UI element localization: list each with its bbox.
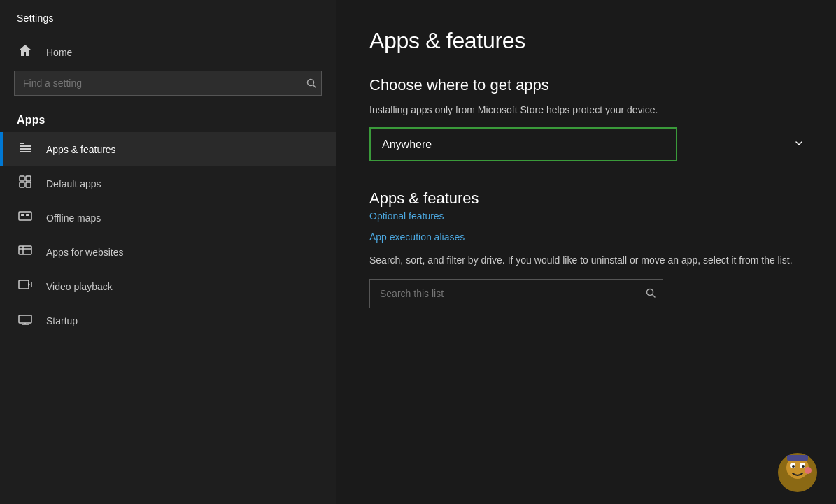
search-description: Search, sort, and filter by drive. If yo… bbox=[369, 252, 802, 268]
sidebar-item-apps-websites[interactable]: Apps for websites bbox=[0, 235, 336, 269]
offline-maps-label: Offline maps bbox=[46, 213, 101, 224]
svg-point-28 bbox=[792, 465, 795, 468]
sidebar: Settings Home Apps Apps & featu bbox=[0, 0, 336, 504]
apps-source-dropdown-container: Anywhere Anywhere, but warn me before in… bbox=[369, 127, 677, 161]
video-playback-icon bbox=[17, 278, 34, 295]
apps-features-section-title: Apps & features bbox=[369, 189, 802, 208]
svg-point-31 bbox=[805, 467, 812, 474]
svg-rect-30 bbox=[787, 455, 808, 461]
offline-maps-icon bbox=[17, 209, 34, 226]
svg-rect-2 bbox=[20, 143, 24, 144]
optional-features-link[interactable]: Optional features bbox=[369, 210, 802, 222]
choose-apps-section: Choose where to get apps Installing apps… bbox=[369, 76, 802, 189]
svg-rect-13 bbox=[19, 246, 31, 254]
default-apps-icon bbox=[17, 175, 34, 192]
svg-rect-4 bbox=[20, 148, 31, 150]
video-playback-label: Video playback bbox=[46, 281, 113, 292]
svg-rect-9 bbox=[26, 182, 31, 187]
apps-websites-label: Apps for websites bbox=[46, 247, 124, 258]
svg-rect-16 bbox=[19, 280, 29, 289]
startup-icon bbox=[17, 312, 34, 329]
choose-section-title: Choose where to get apps bbox=[369, 76, 802, 94]
svg-rect-7 bbox=[26, 176, 31, 181]
apps-features-icon bbox=[17, 141, 34, 158]
app-execution-link[interactable]: App execution aliases bbox=[369, 231, 802, 243]
home-icon bbox=[17, 43, 34, 61]
sidebar-item-offline-maps[interactable]: Offline maps bbox=[0, 201, 336, 235]
choose-section-description: Installing apps only from Microsoft Stor… bbox=[369, 103, 802, 117]
apps-features-section: Apps & features Optional features App ex… bbox=[369, 189, 802, 308]
search-list-box bbox=[369, 279, 663, 308]
svg-rect-8 bbox=[20, 182, 24, 187]
svg-rect-19 bbox=[19, 315, 31, 323]
sidebar-item-apps-features[interactable]: Apps & features bbox=[0, 132, 336, 166]
find-setting-search[interactable] bbox=[14, 71, 322, 96]
svg-rect-5 bbox=[20, 151, 31, 152]
app-title: Settings bbox=[0, 0, 336, 34]
svg-point-29 bbox=[802, 465, 805, 468]
home-label: Home bbox=[46, 47, 72, 58]
page-title: Apps & features bbox=[369, 28, 802, 54]
search-list-input[interactable] bbox=[370, 280, 663, 308]
svg-rect-6 bbox=[20, 176, 24, 181]
startup-label: Startup bbox=[46, 315, 78, 326]
find-setting-input[interactable] bbox=[14, 71, 322, 96]
sidebar-section-label: Apps bbox=[0, 107, 336, 132]
svg-rect-12 bbox=[26, 214, 29, 216]
sidebar-item-video-playback[interactable]: Video playback bbox=[0, 269, 336, 303]
svg-line-1 bbox=[313, 85, 316, 88]
svg-rect-11 bbox=[21, 214, 24, 216]
decorative-character bbox=[773, 448, 822, 497]
find-setting-search-button[interactable] bbox=[306, 78, 316, 88]
apps-source-dropdown[interactable]: Anywhere Anywhere, but warn me before in… bbox=[371, 129, 782, 160]
apps-features-label: Apps & features bbox=[46, 144, 116, 155]
svg-rect-10 bbox=[19, 212, 31, 220]
main-content: Apps & features Choose where to get apps… bbox=[336, 0, 836, 504]
sidebar-item-home[interactable]: Home bbox=[0, 34, 336, 71]
sidebar-item-default-apps[interactable]: Default apps bbox=[0, 166, 336, 201]
svg-rect-3 bbox=[20, 145, 31, 147]
dropdown-chevron-icon bbox=[782, 138, 816, 152]
sidebar-item-startup[interactable]: Startup bbox=[0, 303, 336, 338]
apps-websites-icon bbox=[17, 243, 34, 261]
default-apps-label: Default apps bbox=[46, 178, 101, 189]
